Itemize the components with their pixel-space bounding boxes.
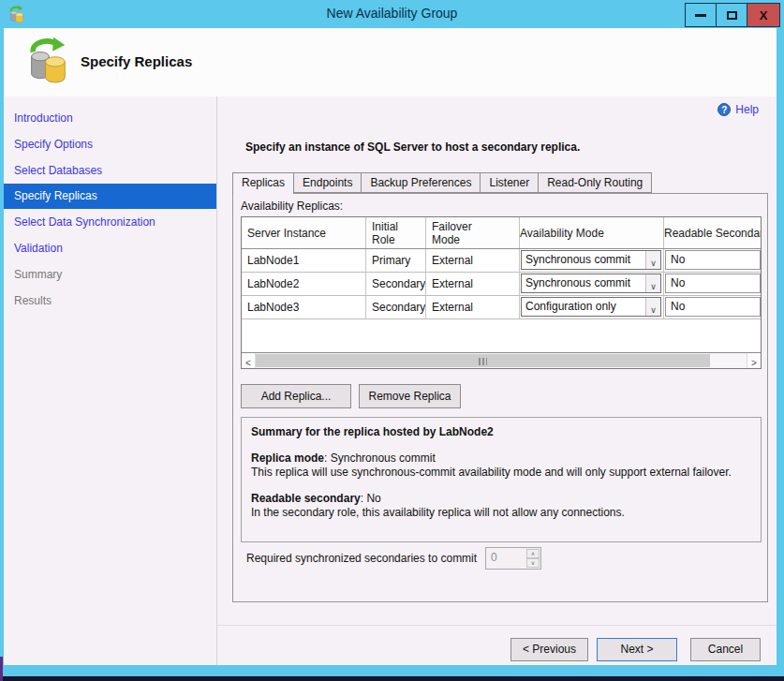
table-row[interactable]: LabNode3 Secondary External Configuratio… xyxy=(242,296,761,319)
tab-endpoints[interactable]: Endpoints xyxy=(294,172,362,193)
cell-initial-role: Primary xyxy=(366,249,426,272)
replica-mode-line: Replica mode: Synchronous commit xyxy=(251,452,751,466)
minimize-button[interactable] xyxy=(685,3,716,27)
wizard-content: Specify Replicas Introduction Specify Op… xyxy=(4,28,777,665)
availability-group-icon xyxy=(26,37,68,87)
desktop-edge xyxy=(0,676,784,681)
desktop: New Availability Group Specify Replicas xyxy=(0,0,784,681)
sidebar-item-validation[interactable]: Validation xyxy=(4,235,216,261)
help-link[interactable]: Help xyxy=(717,103,759,116)
close-icon xyxy=(760,7,768,23)
sidebar-item-select-data-synchronization[interactable]: Select Data Synchronization xyxy=(4,209,216,235)
minimize-icon xyxy=(695,14,706,17)
cell-server-instance: LabNode1 xyxy=(242,249,366,272)
sidebar-item-specify-options[interactable]: Specify Options xyxy=(4,131,216,157)
maximize-button[interactable] xyxy=(716,3,747,27)
sidebar-item-introduction[interactable]: Introduction xyxy=(4,105,216,131)
tab-strip: Replicas Endpoints Backup Preferences Li… xyxy=(232,172,652,194)
divider xyxy=(217,625,777,626)
required-secondaries-spinner[interactable]: 0 xyxy=(485,547,541,570)
scrollbar-track[interactable] xyxy=(256,353,747,368)
remove-replica-button[interactable]: Remove Replica xyxy=(359,384,461,408)
next-button[interactable]: Next > xyxy=(597,638,677,661)
chevron-down-icon[interactable] xyxy=(645,274,660,292)
cell-availability-mode: Configuration only xyxy=(520,296,664,318)
spinner-value: 0 xyxy=(486,548,525,569)
scroll-right-arrow-icon[interactable] xyxy=(747,353,761,368)
required-secondaries-label: Required synchronized secondaries to com… xyxy=(246,552,477,565)
cell-readable-secondary: No xyxy=(664,249,761,272)
readable-secondary-dropdown[interactable]: No xyxy=(665,274,761,293)
cell-initial-role: Secondary xyxy=(366,296,426,318)
horizontal-scrollbar[interactable] xyxy=(242,352,761,368)
spinner-up-icon[interactable] xyxy=(526,549,540,558)
close-button[interactable] xyxy=(747,3,780,27)
availability-replicas-grid: Server Instance Initial Role Failover Mo… xyxy=(241,216,762,369)
sidebar-item-select-databases[interactable]: Select Databases xyxy=(4,157,216,184)
help-question-icon xyxy=(717,103,731,116)
sidebar-item-specify-replicas[interactable]: Specify Replicas xyxy=(4,184,216,209)
instruction-text: Specify an instance of SQL Server to hos… xyxy=(245,141,580,154)
cancel-button[interactable]: Cancel xyxy=(690,638,761,661)
column-header-readable-secondary: Readable Secondary xyxy=(664,217,761,248)
availability-mode-dropdown[interactable]: Synchronous commit xyxy=(521,274,661,293)
chevron-down-icon[interactable] xyxy=(645,298,660,316)
availability-mode-dropdown[interactable]: Synchronous commit xyxy=(521,250,661,270)
tab-backup-preferences[interactable]: Backup Preferences xyxy=(362,172,481,193)
dropdown-value: Synchronous commit xyxy=(522,251,645,269)
readable-secondary-description: In the secondary role, this availability… xyxy=(251,506,751,520)
grid-empty-area xyxy=(242,319,761,352)
cell-readable-secondary: No xyxy=(664,296,761,318)
column-header-server-instance: Server Instance xyxy=(242,217,366,248)
replica-mode-description: This replica will use synchronous-commit… xyxy=(251,466,751,480)
previous-button[interactable]: < Previous xyxy=(510,638,588,661)
grid-header-row: Server Instance Initial Role Failover Mo… xyxy=(242,217,761,249)
sidebar-item-results: Results xyxy=(4,288,216,314)
cell-server-instance: LabNode2 xyxy=(242,273,366,295)
page-title: Specify Replicas xyxy=(81,53,192,69)
chevron-down-icon[interactable] xyxy=(645,251,660,269)
tab-replicas[interactable]: Replicas xyxy=(232,172,294,194)
window-controls xyxy=(685,3,780,27)
availability-mode-dropdown[interactable]: Configuration only xyxy=(521,297,661,317)
cell-failover-mode: External xyxy=(426,249,520,272)
sidebar-item-summary: Summary xyxy=(4,261,216,288)
desktop-edge-accent xyxy=(0,657,3,681)
window-title: New Availability Group xyxy=(0,6,784,21)
column-header-availability-mode: Availability Mode xyxy=(520,217,664,248)
wizard-steps-sidebar: Introduction Specify Options Select Data… xyxy=(4,96,216,665)
table-row[interactable]: LabNode2 Secondary External Synchronous … xyxy=(242,273,761,296)
readable-secondary-line: Readable secondary: No xyxy=(251,492,751,506)
column-header-initial-role: Initial Role xyxy=(366,217,426,248)
dropdown-value: Configuration only xyxy=(522,298,645,316)
cell-server-instance: LabNode3 xyxy=(242,296,366,318)
cell-initial-role: Secondary xyxy=(366,273,426,295)
cell-availability-mode: Synchronous commit xyxy=(520,249,664,272)
cell-failover-mode: External xyxy=(426,273,520,295)
cell-readable-secondary: No xyxy=(664,273,761,295)
spinner-buttons xyxy=(525,548,540,569)
replica-summary-box: Summary for the replica hosted by LabNod… xyxy=(241,417,762,542)
scrollbar-thumb[interactable] xyxy=(256,354,710,367)
spinner-down-icon[interactable] xyxy=(526,558,540,568)
wizard-header: Specify Replicas xyxy=(4,28,777,96)
table-row[interactable]: LabNode1 Primary External Synchronous co… xyxy=(242,249,761,273)
help-label: Help xyxy=(735,103,759,116)
replicas-tab-panel: Availability Replicas: Server Instance I… xyxy=(232,193,768,602)
tab-listener[interactable]: Listener xyxy=(481,172,539,193)
scrollbar-grip-icon xyxy=(479,358,487,365)
summary-title: Summary for the replica hosted by LabNod… xyxy=(251,425,751,439)
availability-replicas-label: Availability Replicas: xyxy=(241,200,343,213)
column-header-failover-mode: Failover Mode xyxy=(426,217,520,248)
add-replica-button[interactable]: Add Replica... xyxy=(241,384,351,408)
tab-read-only-routing[interactable]: Read-Only Routing xyxy=(539,172,652,193)
cell-failover-mode: External xyxy=(426,296,520,318)
titlebar[interactable]: New Availability Group xyxy=(0,0,784,28)
maximize-icon xyxy=(727,11,737,20)
readable-secondary-dropdown[interactable]: No xyxy=(665,297,761,317)
scroll-left-arrow-icon[interactable] xyxy=(242,353,256,368)
readable-secondary-dropdown[interactable]: No xyxy=(665,250,761,270)
cell-availability-mode: Synchronous commit xyxy=(520,273,664,295)
dropdown-value: Synchronous commit xyxy=(522,274,645,292)
divider xyxy=(216,96,217,665)
